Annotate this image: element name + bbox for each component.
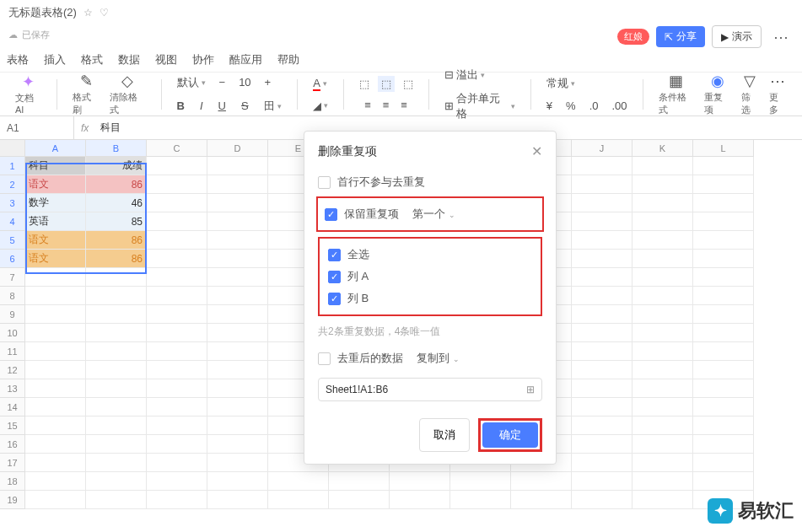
more-icon[interactable]: ⋯ — [768, 28, 794, 46]
col-header[interactable]: J — [572, 140, 632, 157]
row-header[interactable]: 7 — [0, 268, 25, 287]
cell[interactable] — [207, 194, 268, 212]
strike-button[interactable]: S — [238, 97, 252, 116]
cell[interactable] — [86, 287, 147, 305]
cell[interactable] — [268, 491, 329, 509]
bell-icon[interactable]: ♡ — [100, 7, 109, 19]
cell[interactable] — [147, 212, 207, 231]
cell[interactable] — [25, 454, 86, 472]
cell[interactable] — [632, 268, 693, 287]
cell[interactable] — [632, 472, 693, 491]
more-button[interactable]: ⋯更多 — [766, 71, 790, 118]
col-header[interactable]: K — [632, 140, 693, 157]
row-header[interactable]: 17 — [0, 454, 25, 472]
cell[interactable] — [572, 472, 632, 491]
cell-ref[interactable]: A1 — [0, 116, 74, 139]
cell[interactable] — [147, 324, 207, 342]
fx-icon[interactable]: fx — [74, 122, 95, 134]
cell[interactable] — [693, 250, 754, 268]
cell[interactable] — [572, 416, 632, 435]
cell[interactable] — [25, 435, 86, 454]
cell[interactable] — [207, 379, 268, 398]
cell[interactable] — [693, 454, 754, 472]
cell[interactable] — [207, 250, 268, 268]
menu-apps[interactable]: 酷应用 — [229, 52, 262, 67]
row-header[interactable]: 16 — [0, 435, 25, 454]
row-header[interactable]: 12 — [0, 361, 25, 379]
row-header[interactable]: 5 — [0, 231, 25, 250]
cell[interactable] — [511, 472, 572, 491]
dec-dec[interactable]: .00 — [609, 98, 631, 114]
merge-button[interactable]: ⊞ 合并单元格▾ — [441, 89, 519, 123]
cell[interactable] — [572, 454, 632, 472]
cell[interactable] — [632, 454, 693, 472]
cell[interactable] — [86, 398, 147, 416]
cell[interactable] — [632, 379, 693, 398]
cell[interactable] — [207, 472, 268, 491]
cell[interactable] — [693, 287, 754, 305]
cell[interactable] — [693, 324, 754, 342]
cell[interactable] — [390, 491, 450, 509]
cell[interactable] — [147, 268, 207, 287]
row-header[interactable]: 18 — [0, 472, 25, 491]
cell[interactable] — [207, 416, 268, 435]
menu-view[interactable]: 视图 — [155, 52, 177, 67]
cell[interactable] — [207, 231, 268, 250]
align-bot[interactable]: ⬚ — [400, 76, 417, 92]
cell[interactable] — [450, 491, 511, 509]
share-button[interactable]: ⇱分享 — [656, 26, 705, 47]
cell[interactable] — [86, 435, 147, 454]
cell[interactable] — [25, 342, 86, 361]
cell[interactable] — [207, 361, 268, 379]
align-center[interactable]: ≡ — [379, 97, 393, 113]
cell[interactable] — [572, 435, 632, 454]
ok-button[interactable]: 确定 — [482, 422, 538, 448]
cell[interactable] — [693, 342, 754, 361]
cell[interactable] — [207, 324, 268, 342]
corner-cell[interactable] — [0, 140, 25, 157]
row-header[interactable]: 13 — [0, 379, 25, 398]
menu-insert[interactable]: 插入 — [44, 52, 66, 67]
cell[interactable] — [86, 472, 147, 491]
cell[interactable] — [86, 324, 147, 342]
cell[interactable] — [632, 416, 693, 435]
cancel-button[interactable]: 取消 — [419, 418, 470, 452]
cell[interactable] — [572, 305, 632, 324]
row-header[interactable]: 9 — [0, 305, 25, 324]
align-right[interactable]: ≡ — [397, 97, 411, 113]
cell[interactable] — [693, 157, 754, 175]
dec-inc[interactable]: .0 — [586, 98, 602, 114]
cell[interactable] — [207, 454, 268, 472]
cell[interactable] — [572, 268, 632, 287]
format-brush-button[interactable]: ✎格式刷 — [69, 71, 103, 118]
cell[interactable] — [25, 398, 86, 416]
menu-format[interactable]: 格式 — [81, 52, 103, 67]
fill-color-button[interactable]: ◢▾ — [309, 98, 331, 114]
row-header[interactable]: 19 — [0, 491, 25, 509]
badge-red[interactable]: 红娘 — [617, 29, 649, 45]
cell[interactable] — [693, 472, 754, 491]
cell[interactable] — [572, 491, 632, 509]
cell[interactable] — [572, 324, 632, 342]
dup-button[interactable]: ◉重复项 — [701, 71, 735, 118]
cell[interactable] — [572, 212, 632, 231]
cell[interactable] — [329, 491, 390, 509]
cell[interactable] — [147, 416, 207, 435]
cell[interactable] — [632, 157, 693, 175]
cell[interactable] — [632, 435, 693, 454]
cell[interactable] — [693, 435, 754, 454]
docai-button[interactable]: ✦文档AI — [12, 72, 45, 116]
size-minus[interactable]: − — [216, 73, 229, 92]
cell[interactable] — [693, 268, 754, 287]
cell[interactable] — [147, 342, 207, 361]
menu-help[interactable]: 帮助 — [277, 52, 299, 67]
cell[interactable] — [572, 342, 632, 361]
cell[interactable] — [632, 194, 693, 212]
cell[interactable] — [572, 361, 632, 379]
cell[interactable] — [693, 416, 754, 435]
cell[interactable] — [207, 268, 268, 287]
cell[interactable] — [207, 212, 268, 231]
row-header[interactable]: 8 — [0, 287, 25, 305]
cell[interactable] — [632, 250, 693, 268]
cell[interactable] — [25, 491, 86, 509]
